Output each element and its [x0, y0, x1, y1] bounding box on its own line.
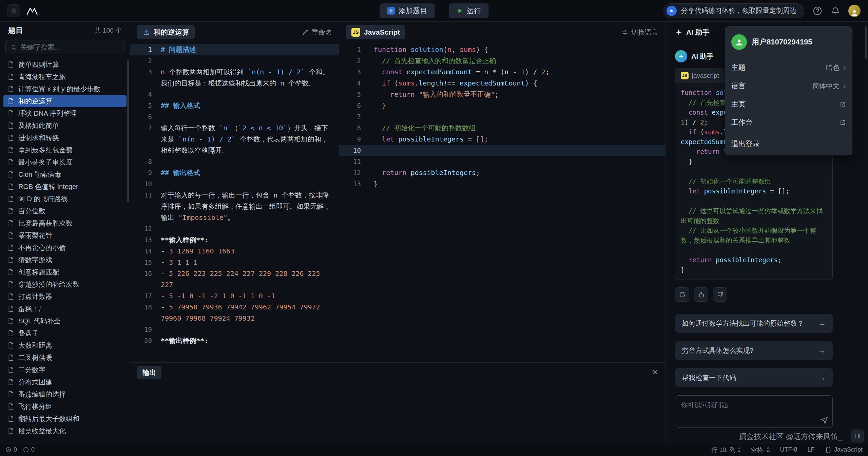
ai-input-field[interactable] — [675, 396, 832, 428]
app-logo-icon[interactable] — [7, 4, 20, 17]
sidebar-item-label: 猜数字游戏 — [18, 255, 52, 265]
sidebar-item[interactable]: 二分数字 — [3, 364, 127, 376]
status-left: 0 0 — [5, 446, 35, 453]
suggestion-pill[interactable]: 如何通过数学方法找出可能的原始整数？→ — [675, 314, 833, 333]
menu-item-link[interactable]: 工作台 — [725, 113, 852, 132]
editor-content[interactable]: 1function solution(n, sums) {2 // 首先检查输入… — [339, 43, 665, 362]
sidebar-item-label: 计算位置 x 到 y 的最少步数 — [18, 84, 100, 94]
sidebar-item[interactable]: 百分位数 — [3, 205, 127, 217]
sidebar-item[interactable]: 创意标题匹配 — [3, 266, 127, 278]
thumbs-up-button[interactable] — [694, 287, 708, 302]
sidebar-item-label: 分布式团建 — [18, 378, 52, 387]
suggestion-pill[interactable]: 帮我检查一下代码→ — [675, 368, 833, 387]
document-icon — [7, 195, 14, 202]
sidebar-item-label: 进制求和转换 — [18, 133, 59, 142]
status-language[interactable]: {}JavaScript — [825, 446, 863, 453]
add-problem-label: 添加题目 — [399, 6, 427, 16]
status-item[interactable]: UTF-8 — [780, 446, 797, 453]
output-content — [130, 382, 665, 443]
close-icon[interactable]: ✕ — [652, 368, 658, 377]
sidebar-item[interactable]: 暴雨梨花针 — [3, 229, 127, 242]
document-icon — [7, 61, 14, 68]
language-tab[interactable]: JS JavaScript — [346, 25, 405, 39]
warnings-indicator[interactable]: 0 — [23, 446, 35, 453]
sidebar-item[interactable]: 翻转后最大子数组和 — [3, 413, 127, 425]
sidebar-item[interactable]: 大数和距离 — [3, 339, 127, 352]
sidebar-item[interactable]: 分布式团建 — [3, 376, 127, 388]
run-button[interactable]: 运行 — [449, 3, 488, 18]
menu-item-label: 工作台 — [731, 118, 753, 127]
sidebar-item[interactable]: 飞行棋分组 — [3, 400, 127, 413]
sidebar-item[interactable]: 进制求和转换 — [3, 132, 127, 144]
status-item[interactable]: 空格: 2 — [751, 446, 770, 454]
sidebar-item[interactable]: 穿越沙漠的补给次数 — [3, 278, 127, 290]
problem-content[interactable]: 1# 问题描述2 3n 个整数两两相加可以得到 `n(n - 1) / 2` 个… — [130, 43, 339, 362]
sidebar-item[interactable]: 和的逆运算 — [3, 95, 127, 107]
output-panel: 输出 ✕ — [130, 362, 665, 443]
line-number: 5 — [339, 89, 361, 100]
line-number: 12 — [130, 223, 152, 234]
sidebar-item[interactable]: 蛋糕工厂 — [3, 303, 127, 315]
sidebar-scrollbar[interactable] — [127, 60, 129, 202]
line-content: **输入样例**: — [161, 234, 339, 246]
code-line: 12 return possibleIntegers; — [339, 167, 665, 178]
suggestion-pill[interactable]: 穷举方式具体怎么实现?→ — [675, 341, 833, 360]
external-link-icon — [840, 119, 846, 126]
panel-toggle-button[interactable] — [851, 430, 864, 442]
sidebar-item[interactable]: 番茄编辑的选择 — [3, 388, 127, 400]
sidebar-item-label: 飞行棋分组 — [18, 402, 52, 411]
line-number: 11 — [130, 190, 152, 223]
help-icon[interactable] — [812, 6, 823, 16]
sidebar-item[interactable]: 二叉树供暖 — [3, 352, 127, 364]
sidebar-item[interactable]: 拿到最多红包金额 — [3, 144, 127, 156]
braces-icon: {} — [825, 446, 831, 453]
regenerate-button[interactable] — [675, 287, 689, 302]
output-tab[interactable]: 输出 — [137, 366, 161, 379]
ai-scrollbar[interactable] — [865, 26, 867, 59]
sidebar-item[interactable]: 青海湖租车之旅 — [3, 71, 127, 83]
sidebar-item[interactable]: 及格如此简单 — [3, 119, 127, 132]
search-icon — [11, 44, 17, 51]
document-icon — [7, 98, 14, 104]
sidebar-item[interactable]: RGB 色值转 Integer — [3, 180, 127, 193]
code-line: 10 — [130, 178, 339, 190]
switch-language-button[interactable]: 切换语言 — [621, 28, 658, 37]
output-header: 输出 ✕ — [130, 363, 665, 382]
line-content: - 3 1269 1160 1663 — [161, 246, 339, 257]
sidebar-item[interactable]: 打点计数器 — [3, 290, 127, 303]
bell-icon[interactable] — [831, 6, 840, 16]
send-icon[interactable] — [820, 416, 828, 424]
line-number: 2 — [339, 55, 361, 66]
rename-button[interactable]: 重命名 — [302, 28, 332, 37]
sidebar-item[interactable]: Cion 勒索病毒 — [3, 168, 127, 180]
line-content — [681, 167, 827, 176]
sidebar-item[interactable]: SQL 代码补全 — [3, 315, 127, 327]
sidebar-item[interactable]: 计算位置 x 到 y 的最少步数 — [3, 83, 127, 95]
menu-item-setting[interactable]: 主题暗色› — [725, 58, 852, 77]
promo-banner[interactable]: 分享代码练习体验，领取限量定制周边 — [663, 3, 804, 18]
sidebar-item[interactable]: 不再贪心的小偷 — [3, 242, 127, 254]
sidebar-item[interactable]: 环状 DNA 序列整理 — [3, 107, 127, 119]
code-line: 15- 3 1 1 1 — [130, 257, 339, 268]
search-box[interactable] — [5, 40, 124, 54]
ai-input-box[interactable] — [675, 395, 833, 428]
menu-item-setting[interactable]: 语言简体中文› — [725, 77, 852, 95]
sidebar-item[interactable]: 猜数字游戏 — [3, 254, 127, 266]
thumbs-down-button[interactable] — [713, 287, 727, 302]
menu-item-link[interactable]: 主页 — [725, 95, 852, 113]
user-avatar[interactable] — [848, 5, 861, 17]
add-problem-button[interactable]: + 添加题目 — [380, 3, 435, 18]
errors-indicator[interactable]: 0 — [5, 446, 17, 453]
code-line: 9 let possibleIntegers = []; — [339, 134, 665, 145]
sidebar-item[interactable]: 阿 D 的飞行路线 — [3, 193, 127, 205]
sidebar-item[interactable]: 股票收益最大化 — [3, 425, 127, 437]
sidebar-item[interactable]: 叠盘子 — [3, 327, 127, 339]
sidebar-item[interactable]: 最小替换子串长度 — [3, 156, 127, 168]
search-input[interactable] — [20, 43, 119, 51]
sidebar-item[interactable]: 简单四则计算 — [3, 58, 127, 71]
status-item[interactable]: LF — [807, 446, 814, 453]
logout-button[interactable]: 退出登录 — [725, 135, 852, 153]
sidebar-item[interactable]: 比赛最高获胜次数 — [3, 217, 127, 229]
status-item[interactable]: 行 10, 列 1 — [711, 446, 740, 454]
code-line: 18- 5 79950 79936 79942 79962 79954 7997… — [130, 302, 339, 324]
